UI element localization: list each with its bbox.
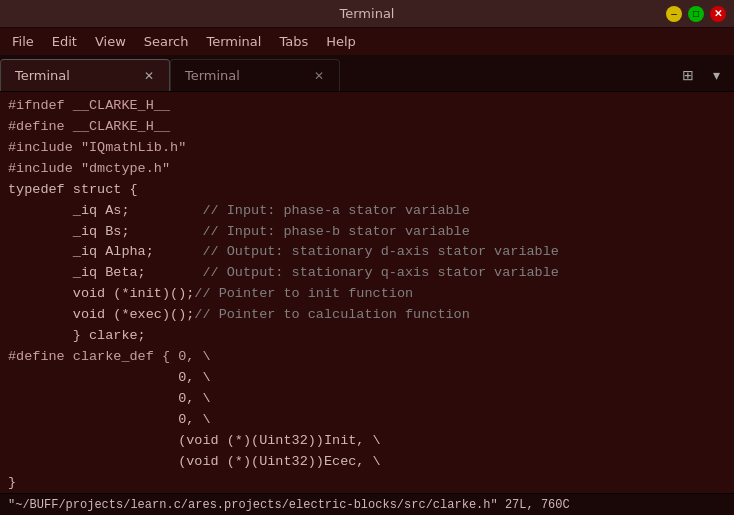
terminal-line: #ifndef __CLARKE_H__ <box>8 96 726 117</box>
terminal-line: (void (*)(Uint32))Init, \ <box>8 431 726 452</box>
menu-bar: File Edit View Search Terminal Tabs Help <box>0 28 734 56</box>
tab-bar-actions: ⊞ ▾ <box>676 63 734 91</box>
menu-edit[interactable]: Edit <box>44 31 85 52</box>
terminal-line: 0, \ <box>8 389 726 410</box>
menu-tabs[interactable]: Tabs <box>271 31 316 52</box>
minimize-button[interactable]: – <box>666 6 682 22</box>
terminal-line: } clarke; <box>8 326 726 347</box>
status-bar: "~/BUFF/projects/learn.c/ares.projects/e… <box>0 493 734 515</box>
terminal-line: } <box>8 473 726 493</box>
tab-0-label: Terminal <box>15 68 70 83</box>
terminal-line: typedef struct { <box>8 180 726 201</box>
menu-search[interactable]: Search <box>136 31 197 52</box>
terminal-line: 0, \ <box>8 368 726 389</box>
terminal-line: _iq Alpha; // Output: stationary d-axis … <box>8 242 726 263</box>
close-button[interactable]: ✕ <box>710 6 726 22</box>
new-tab-button[interactable]: ⊞ <box>676 63 700 87</box>
terminal-line: #include "dmctype.h" <box>8 159 726 180</box>
terminal-line: _iq Beta; // Output: stationary q-axis s… <box>8 263 726 284</box>
maximize-button[interactable]: □ <box>688 6 704 22</box>
window-title: Terminal <box>340 6 395 21</box>
menu-view[interactable]: View <box>87 31 134 52</box>
window-controls: – □ ✕ <box>666 6 726 22</box>
terminal-line: _iq Bs; // Input: phase-b stator variabl… <box>8 222 726 243</box>
terminal-line: (void (*)(Uint32))Ecec, \ <box>8 452 726 473</box>
menu-help[interactable]: Help <box>318 31 364 52</box>
terminal-line: void (*exec)();// Pointer to calculation… <box>8 305 726 326</box>
title-bar: Terminal – □ ✕ <box>0 0 734 28</box>
terminal-output: #ifndef __CLARKE_H__#define __CLARKE_H__… <box>0 92 734 493</box>
tab-dropdown-button[interactable]: ▾ <box>704 63 728 87</box>
terminal-line: #include "IQmathLib.h" <box>8 138 726 159</box>
tab-0-close[interactable]: ✕ <box>141 68 157 84</box>
tab-1[interactable]: Terminal ✕ <box>170 59 340 91</box>
status-text: "~/BUFF/projects/learn.c/ares.projects/e… <box>8 498 570 512</box>
tab-0[interactable]: Terminal ✕ <box>0 59 170 91</box>
terminal-line: 0, \ <box>8 410 726 431</box>
tab-bar: Terminal ✕ Terminal ✕ ⊞ ▾ <box>0 56 734 92</box>
terminal-line: #define __CLARKE_H__ <box>8 117 726 138</box>
terminal-line: #define clarke_def { 0, \ <box>8 347 726 368</box>
terminal-line: void (*init)();// Pointer to init functi… <box>8 284 726 305</box>
tab-1-label: Terminal <box>185 68 240 83</box>
terminal-line: _iq As; // Input: phase-a stator variabl… <box>8 201 726 222</box>
tab-1-close[interactable]: ✕ <box>311 68 327 84</box>
menu-terminal[interactable]: Terminal <box>198 31 269 52</box>
menu-file[interactable]: File <box>4 31 42 52</box>
